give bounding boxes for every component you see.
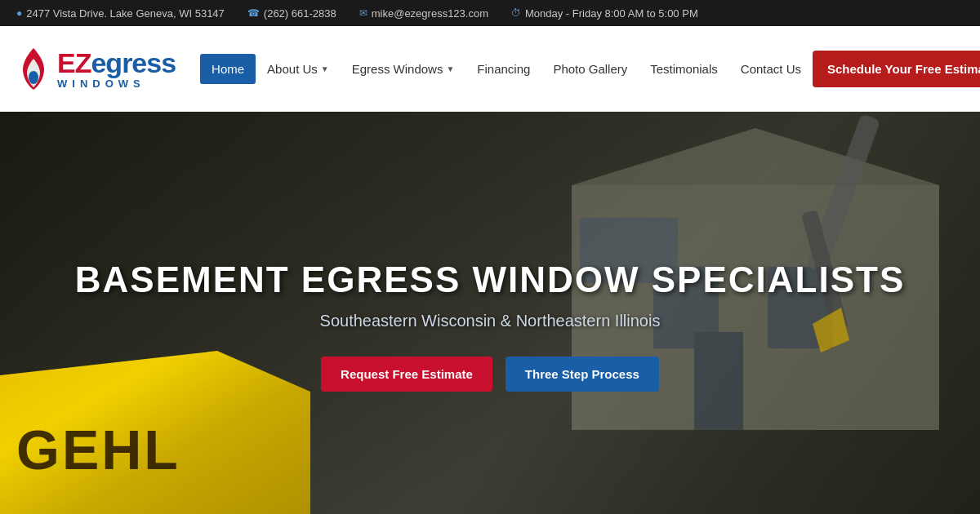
hours-item: ⏱ Monday - Friday 8:00 AM to 5:00 PM	[511, 7, 698, 20]
top-bar: ● 2477 Vista Drive. Lake Geneva, WI 5314…	[0, 0, 980, 26]
nav-gallery[interactable]: Photo Gallery	[541, 54, 639, 84]
email-text: mike@ezegress123.com	[372, 7, 488, 20]
hero-buttons: Request Free Estimate Three Step Process	[75, 357, 906, 392]
email-item[interactable]: ✉ mike@ezegress123.com	[359, 7, 488, 20]
nav-testimonials[interactable]: Testimonials	[639, 54, 729, 84]
hero-title: BASEMENT EGRESS WINDOW SPECIALISTS	[75, 259, 906, 300]
egress-chevron-icon: ▼	[446, 64, 454, 73]
nav-contact[interactable]: Contact Us	[729, 54, 813, 84]
hero-content: BASEMENT EGRESS WINDOW SPECIALISTS South…	[75, 259, 906, 392]
navbar: EZegress WINDOWS Home About Us ▼ Egress …	[0, 26, 980, 112]
phone-icon: ☎	[247, 7, 260, 19]
logo-ez-span: EZ	[57, 47, 91, 78]
clock-icon: ⏱	[511, 7, 521, 19]
logo-egress-span: egress	[91, 47, 176, 78]
three-step-process-button[interactable]: Three Step Process	[506, 357, 659, 392]
nav-about[interactable]: About Us ▼	[256, 54, 341, 84]
hours-text: Monday - Friday 8:00 AM to 5:00 PM	[525, 7, 698, 20]
location-icon: ●	[16, 7, 22, 19]
phone-item[interactable]: ☎ (262) 661-2838	[247, 7, 336, 20]
logo-ez-egress: EZegress	[57, 49, 176, 77]
nav-home[interactable]: Home	[200, 54, 256, 84]
email-icon: ✉	[359, 7, 368, 19]
address-item: ● 2477 Vista Drive. Lake Geneva, WI 5314…	[16, 7, 225, 20]
phone-text: (262) 661-2838	[264, 7, 336, 20]
nav-links: Home About Us ▼ Egress Windows ▼ Financi…	[200, 54, 813, 84]
logo-flame-icon	[16, 47, 51, 91]
logo-windows-label: WINDOWS	[57, 78, 176, 89]
svg-point-0	[29, 71, 38, 84]
address-text: 2477 Vista Drive. Lake Geneva, WI 53147	[26, 7, 225, 20]
hero-section: GEHL BASEMENT EGRESS WINDOW SPECIALISTS …	[0, 112, 980, 514]
gehl-label: GEHL	[16, 418, 180, 481]
request-estimate-button[interactable]: Request Free Estimate	[321, 357, 492, 392]
logo[interactable]: EZegress WINDOWS	[16, 47, 176, 91]
schedule-estimate-button[interactable]: Schedule Your Free Estimate	[813, 51, 980, 87]
logo-text: EZegress WINDOWS	[57, 49, 176, 89]
nav-egress[interactable]: Egress Windows ▼	[341, 54, 466, 84]
nav-financing[interactable]: Financing	[466, 54, 541, 84]
hero-subtitle: Southeastern Wisconsin & Northeastern Il…	[75, 312, 906, 330]
about-chevron-icon: ▼	[321, 64, 329, 73]
